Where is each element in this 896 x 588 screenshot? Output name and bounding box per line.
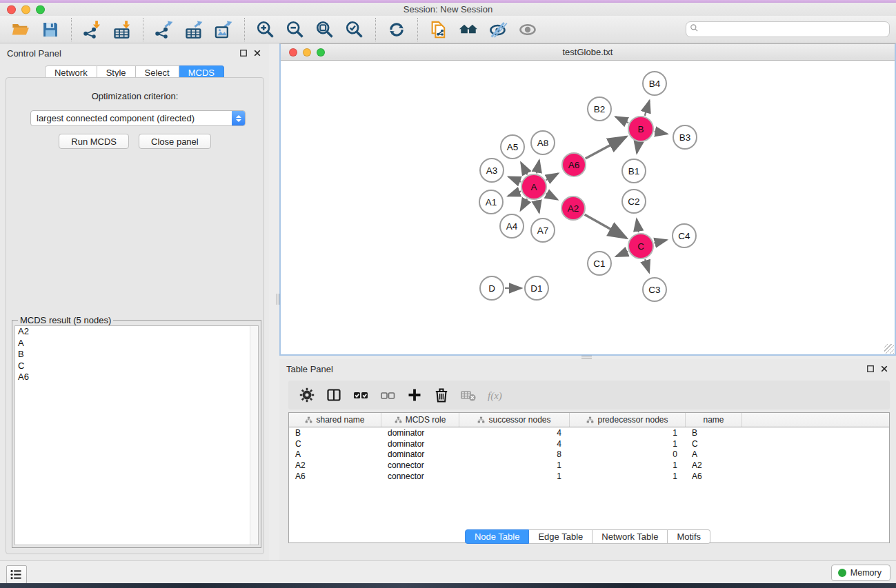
graph-node-B4[interactable]: B4 bbox=[643, 72, 666, 95]
control-panel-title: Control Panel bbox=[7, 48, 61, 59]
memory-button[interactable]: Memory bbox=[831, 565, 890, 581]
select-checks-button[interactable] bbox=[352, 386, 370, 404]
cell-name: B bbox=[686, 427, 742, 438]
export-image-button[interactable] bbox=[213, 19, 234, 40]
minimize-window-button[interactable] bbox=[21, 5, 30, 14]
split-columns-button[interactable] bbox=[326, 386, 344, 404]
frame-zoom-button[interactable] bbox=[317, 48, 325, 57]
graph-edge-C-C1 bbox=[616, 252, 628, 256]
zoom-window-button[interactable] bbox=[36, 5, 45, 14]
float-panel-icon[interactable] bbox=[866, 365, 875, 374]
refresh-button[interactable] bbox=[386, 19, 407, 40]
vertical-splitter-handle[interactable] bbox=[277, 294, 281, 305]
table-row-B[interactable]: Bdominator41B bbox=[289, 427, 889, 438]
result-list-item[interactable]: C bbox=[15, 361, 258, 372]
add-column-button[interactable] bbox=[406, 386, 424, 404]
graph-node-B[interactable]: B bbox=[628, 116, 653, 141]
close-panel-icon[interactable] bbox=[880, 365, 889, 374]
export-table-button[interactable] bbox=[183, 19, 204, 40]
import-table-icon bbox=[112, 20, 132, 39]
result-list-item[interactable]: A bbox=[15, 338, 258, 349]
delete-button[interactable] bbox=[433, 386, 451, 404]
frame-minimize-button[interactable] bbox=[303, 48, 311, 57]
cell-predecessor-nodes: 1 bbox=[570, 427, 686, 438]
show-graphics-button[interactable] bbox=[517, 19, 538, 40]
graph-node-B1[interactable]: B1 bbox=[622, 159, 646, 183]
column-header-successor-nodes[interactable]: successor nodes bbox=[459, 413, 570, 427]
criterion-dropdown[interactable]: largest connected component (directed) bbox=[30, 110, 246, 126]
tab-edge-table[interactable]: Edge Table bbox=[529, 529, 593, 544]
column-header-name[interactable]: name bbox=[686, 413, 742, 427]
zoom-fit-button[interactable] bbox=[315, 19, 335, 40]
zoom-in-button[interactable] bbox=[255, 19, 276, 40]
open-folder-button[interactable] bbox=[10, 19, 31, 40]
control-panel: Control Panel NetworkStyleSelectMCDS Opt… bbox=[0, 43, 269, 560]
graph-edge-B-B3 bbox=[655, 132, 668, 134]
run-mcds-button[interactable]: Run MCDS bbox=[59, 134, 129, 149]
export-network-button[interactable] bbox=[154, 19, 175, 40]
unselect-checks-button[interactable] bbox=[379, 386, 397, 404]
hide-graphics-button[interactable] bbox=[488, 19, 508, 40]
graph-node-D[interactable]: D bbox=[480, 276, 504, 300]
status-bar: Memory bbox=[0, 560, 896, 583]
import-network-button[interactable] bbox=[82, 19, 103, 40]
tab-motifs[interactable]: Motifs bbox=[668, 529, 710, 544]
open-folder-icon bbox=[11, 20, 30, 39]
column-header-shared-name[interactable]: shared name bbox=[289, 413, 381, 427]
graph-node-A4[interactable]: A4 bbox=[500, 214, 524, 238]
home-button[interactable] bbox=[458, 19, 479, 40]
gear-button[interactable] bbox=[299, 386, 317, 404]
add-column-icon bbox=[406, 387, 424, 403]
table-row-A2[interactable]: A2connector11A2 bbox=[289, 460, 889, 471]
network-window-titlebar[interactable]: testGlobe.txt bbox=[281, 44, 895, 61]
graph-node-C1[interactable]: C1 bbox=[588, 252, 611, 275]
horizontal-splitter-handle[interactable] bbox=[581, 356, 592, 358]
graph-node-B2[interactable]: B2 bbox=[588, 97, 611, 121]
graph-node-C2[interactable]: C2 bbox=[622, 190, 646, 213]
zoom-out-button[interactable] bbox=[285, 19, 306, 40]
float-panel-icon[interactable] bbox=[239, 49, 248, 58]
close-panel-icon[interactable] bbox=[253, 49, 262, 58]
graph-node-A8[interactable]: A8 bbox=[531, 131, 555, 154]
graph-node-A5[interactable]: A5 bbox=[501, 135, 524, 159]
import-table-button[interactable] bbox=[112, 19, 132, 40]
graph-edge-A-A5 bbox=[521, 163, 527, 175]
graph-node-A3[interactable]: A3 bbox=[480, 159, 504, 182]
column-header-predecessor-nodes[interactable]: predecessor nodes bbox=[570, 413, 686, 427]
save-button[interactable] bbox=[40, 19, 61, 40]
network-canvas[interactable]: B4B2BB3A8A5A6A3B1AC2A1A2A4A7C4CC1DD1C3 bbox=[281, 61, 895, 354]
graph-node-A[interactable]: A bbox=[521, 174, 546, 199]
zoom-out-icon bbox=[286, 20, 305, 39]
graph-node-C3[interactable]: C3 bbox=[643, 278, 666, 301]
column-header-MCDS-role[interactable]: MCDS role bbox=[381, 413, 459, 427]
graph-node-D1[interactable]: D1 bbox=[525, 276, 548, 300]
result-list-item[interactable]: A2 bbox=[15, 326, 258, 338]
graph-node-A7[interactable]: A7 bbox=[531, 219, 555, 242]
graph-node-A2[interactable]: A2 bbox=[561, 196, 585, 220]
graph-node-A1[interactable]: A1 bbox=[479, 190, 503, 214]
tab-node-table[interactable]: Node Table bbox=[465, 529, 530, 544]
cell-predecessor-nodes: 0 bbox=[570, 449, 686, 460]
result-list-item[interactable]: A6 bbox=[15, 372, 258, 383]
close-window-button[interactable] bbox=[7, 5, 16, 14]
table-row-A6[interactable]: A6connector11A6 bbox=[289, 471, 889, 482]
table-row-A[interactable]: Adominator80A bbox=[289, 449, 889, 460]
frame-close-button[interactable] bbox=[289, 48, 297, 57]
zoom-selected-button[interactable] bbox=[344, 19, 365, 40]
copy-network-button[interactable] bbox=[428, 19, 449, 40]
tab-network-table[interactable]: Network Table bbox=[593, 529, 668, 544]
mcds-tab-content: Optimization criterion: largest connecte… bbox=[6, 77, 264, 554]
show-panels-button[interactable] bbox=[6, 565, 27, 584]
resize-grip-icon[interactable] bbox=[884, 344, 894, 354]
memory-label: Memory bbox=[850, 568, 882, 578]
search-input[interactable] bbox=[700, 23, 889, 36]
close-panel-button[interactable]: Close panel bbox=[139, 134, 211, 149]
graph-node-C4[interactable]: C4 bbox=[673, 224, 696, 247]
graph-node-A6[interactable]: A6 bbox=[562, 153, 586, 176]
table-row-C[interactable]: Cdominator41C bbox=[289, 438, 889, 449]
svg-text:B: B bbox=[637, 124, 644, 134]
result-scrollbar[interactable] bbox=[250, 326, 258, 545]
graph-node-C[interactable]: C bbox=[628, 234, 653, 258]
result-list-item[interactable]: B bbox=[15, 349, 258, 361]
graph-node-B3[interactable]: B3 bbox=[673, 125, 697, 149]
